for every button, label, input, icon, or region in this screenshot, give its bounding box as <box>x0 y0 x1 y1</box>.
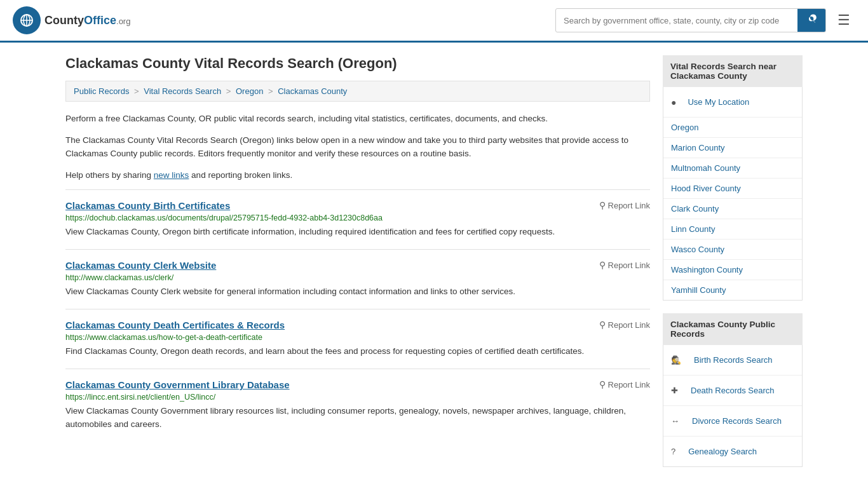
result-item: Clackamas County Government Library Data… <box>65 369 650 442</box>
breadcrumb-public-records[interactable]: Public Records <box>74 86 129 96</box>
logo-text: CountyOffice.org <box>44 14 130 27</box>
nearby-link-item-3[interactable]: Hood River County <box>663 179 802 199</box>
nearby-link-item-8[interactable]: Yamhill County <box>663 280 802 300</box>
nearby-heading: Vital Records Search near Clackamas Coun… <box>663 55 803 87</box>
search-input[interactable] <box>556 11 797 30</box>
result-desc-2: Find Clackamas County, Oregon death reco… <box>65 345 650 358</box>
breadcrumb-oregon[interactable]: Oregon <box>236 86 263 96</box>
nearby-link-item-2[interactable]: Multnomah County <box>663 158 802 179</box>
nearby-link-item-5[interactable]: Linn County <box>663 219 802 240</box>
nearby-link-0[interactable]: Oregon <box>663 118 802 137</box>
report-link-2[interactable]: ⚲ Report Link <box>599 320 650 330</box>
nearby-link-5[interactable]: Linn County <box>663 219 802 239</box>
report-icon: ⚲ <box>599 260 606 270</box>
breadcrumb-clackamas[interactable]: Clackamas County <box>278 86 347 96</box>
results-list: Clackamas County Birth Certificates ⚲ Re… <box>65 189 650 442</box>
result-item: Clackamas County Birth Certificates ⚲ Re… <box>65 189 650 249</box>
page-title: Clackamas County Vital Records Search (O… <box>65 55 650 72</box>
nearby-link-item-4[interactable]: Clark County <box>663 199 802 219</box>
public-records-icon-1: ✚ <box>671 386 678 395</box>
result-item: Clackamas County Death Certificates & Re… <box>65 309 650 369</box>
nearby-link-2[interactable]: Multnomah County <box>663 158 802 178</box>
intro-paragraph-3: Help others by sharing new links and rep… <box>65 168 650 182</box>
report-icon: ⚲ <box>599 200 606 210</box>
public-records-link-2[interactable]: Divorce Records Search <box>684 411 789 431</box>
logo-area: CountyOffice.org <box>13 6 130 34</box>
report-link-0[interactable]: ⚲ Report Link <box>599 200 650 210</box>
result-desc-3: View Clackamas County Government library… <box>65 405 650 431</box>
header-right: ☰ <box>555 8 855 32</box>
public-records-icon-2: ↔ <box>671 416 679 426</box>
public-records-icon-3: ? <box>671 447 675 456</box>
public-records-icon-0: 🕵 <box>671 355 681 365</box>
nearby-link-item-1[interactable]: Marion County <box>663 138 802 158</box>
result-title-3[interactable]: Clackamas County Government Library Data… <box>65 379 290 390</box>
report-icon: ⚲ <box>599 379 606 390</box>
report-link-3[interactable]: ⚲ Report Link <box>599 379 650 390</box>
nearby-link-6[interactable]: Wasco County <box>663 240 802 259</box>
result-title-1[interactable]: Clackamas County Clerk Website <box>65 260 216 271</box>
result-item: Clackamas County Clerk Website ⚲ Report … <box>65 249 650 309</box>
public-records-section: Clackamas County Public Records 🕵 Birth … <box>663 313 803 467</box>
main-container: Clackamas County Vital Records Search (O… <box>53 43 815 488</box>
nearby-list: ● Use My Location OregonMarion CountyMul… <box>663 87 803 301</box>
logo-icon <box>13 6 41 34</box>
content-area: Clackamas County Vital Records Search (O… <box>65 55 650 480</box>
public-records-link-1[interactable]: Death Records Search <box>683 381 782 400</box>
menu-icon[interactable]: ☰ <box>832 10 855 31</box>
nearby-link-1[interactable]: Marion County <box>663 138 802 158</box>
result-url-3: https://lincc.ent.sirsi.net/client/en_US… <box>65 393 650 402</box>
result-desc-0: View Clackamas County, Oregon birth cert… <box>65 226 650 239</box>
public-records-item-2[interactable]: ↔ Divorce Records Search <box>663 406 802 437</box>
breadcrumb: Public Records > Vital Records Search > … <box>65 81 650 102</box>
search-bar <box>555 8 826 32</box>
result-url-2: https://www.clackamas.us/how-to-get-a-de… <box>65 333 650 342</box>
sidebar: Vital Records Search near Clackamas Coun… <box>663 55 803 480</box>
use-my-location-link[interactable]: Use My Location <box>680 92 757 112</box>
result-header: Clackamas County Birth Certificates ⚲ Re… <box>65 200 650 211</box>
result-header: Clackamas County Clerk Website ⚲ Report … <box>65 260 650 271</box>
nearby-section: Vital Records Search near Clackamas Coun… <box>663 55 803 301</box>
nearby-link-item-6[interactable]: Wasco County <box>663 240 802 260</box>
breadcrumb-vital-records[interactable]: Vital Records Search <box>144 86 221 96</box>
nearby-link-8[interactable]: Yamhill County <box>663 280 802 300</box>
new-links-link[interactable]: new links <box>154 170 189 180</box>
location-icon: ● <box>671 97 676 107</box>
intro-paragraph-1: Perform a free Clackamas County, OR publ… <box>65 112 650 126</box>
nearby-link-item-7[interactable]: Washington County <box>663 260 802 280</box>
nearby-link-4[interactable]: Clark County <box>663 199 802 219</box>
report-icon: ⚲ <box>599 320 606 330</box>
header: CountyOffice.org ☰ <box>0 0 868 43</box>
result-header: Clackamas County Death Certificates & Re… <box>65 320 650 330</box>
use-my-location-item[interactable]: ● Use My Location <box>663 87 802 118</box>
result-header: Clackamas County Government Library Data… <box>65 379 650 390</box>
result-url-1: http://www.clackamas.us/clerk/ <box>65 273 650 282</box>
result-title-2[interactable]: Clackamas County Death Certificates & Re… <box>65 320 285 330</box>
public-records-item-1[interactable]: ✚ Death Records Search <box>663 376 802 406</box>
report-link-1[interactable]: ⚲ Report Link <box>599 260 650 270</box>
public-records-link-3[interactable]: Genealogy Search <box>681 442 764 461</box>
public-records-item-3[interactable]: ? Genealogy Search <box>663 437 802 466</box>
public-records-link-0[interactable]: Birth Records Search <box>686 350 780 370</box>
public-records-list: 🕵 Birth Records Search ✚ Death Records S… <box>663 345 803 467</box>
result-url-0: https://dochub.clackamas.us/documents/dr… <box>65 214 650 222</box>
result-title-0[interactable]: Clackamas County Birth Certificates <box>65 200 230 211</box>
nearby-link-item-0[interactable]: Oregon <box>663 118 802 138</box>
search-button[interactable] <box>797 9 825 32</box>
nearby-link-3[interactable]: Hood River County <box>663 179 802 198</box>
public-records-item-0[interactable]: 🕵 Birth Records Search <box>663 345 802 376</box>
nearby-link-7[interactable]: Washington County <box>663 260 802 280</box>
result-desc-1: View Clackamas County Clerk website for … <box>65 285 650 299</box>
public-records-heading: Clackamas County Public Records <box>663 313 803 345</box>
intro-paragraph-2: The Clackamas County Vital Records Searc… <box>65 133 650 161</box>
